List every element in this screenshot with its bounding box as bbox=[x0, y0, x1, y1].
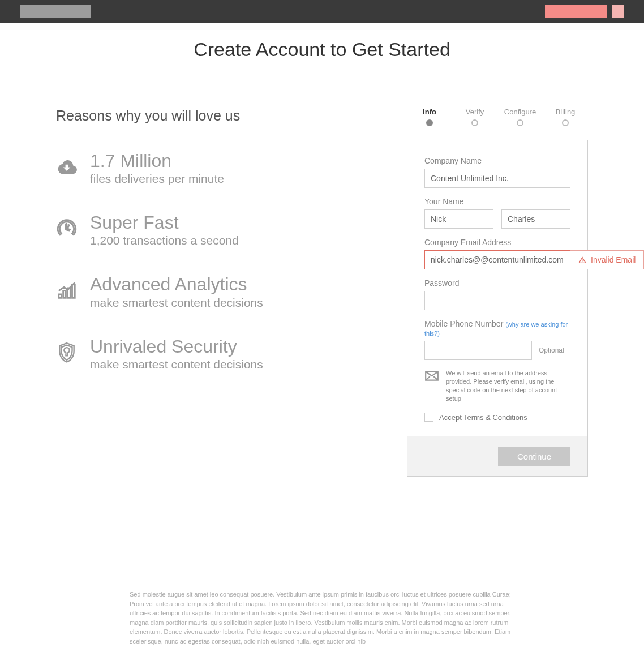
terms-label: Accept Terms & Conditions bbox=[439, 413, 527, 422]
page-title: Create Account to Get Started bbox=[0, 38, 644, 61]
step-dot-icon bbox=[471, 119, 478, 126]
logo-placeholder bbox=[20, 5, 91, 18]
step-dot-icon bbox=[517, 119, 523, 126]
feature-subtitle: make smartest content decisions bbox=[90, 358, 263, 371]
optional-label: Optional bbox=[539, 346, 564, 354]
feature-item: Unrivaled Security make smartest content… bbox=[56, 337, 396, 371]
legal-text: Sed molestie augue sit amet leo consequa… bbox=[118, 590, 526, 646]
continue-button[interactable]: Continue bbox=[498, 447, 570, 466]
analytics-icon bbox=[56, 275, 79, 303]
email-label: Company Email Address bbox=[424, 238, 570, 247]
step-dot-icon bbox=[562, 119, 569, 126]
email-notice: We will send an email to the address pro… bbox=[424, 369, 570, 402]
email-error: Invalid Email bbox=[570, 250, 644, 269]
topbar-button-primary[interactable] bbox=[545, 5, 607, 18]
warning-icon bbox=[578, 256, 586, 264]
topbar-actions bbox=[545, 5, 624, 18]
feature-item: 1.7 Million files deliveries per minute bbox=[56, 151, 396, 186]
phone-label: Mobile Phone Number (why are we asking f… bbox=[424, 319, 570, 337]
feature-item: Advanced Analytics make smartest content… bbox=[56, 275, 396, 309]
feature-subtitle: 1,200 transactions a second bbox=[90, 234, 239, 247]
left-column: Reasons why you will love us 1.7 Million… bbox=[56, 108, 396, 477]
shield-icon bbox=[56, 337, 79, 365]
terms-checkbox[interactable] bbox=[424, 413, 433, 422]
password-input[interactable] bbox=[424, 291, 570, 310]
phone-input[interactable] bbox=[424, 341, 532, 360]
step-configure: Configure bbox=[497, 108, 543, 126]
company-input[interactable] bbox=[424, 169, 570, 188]
feature-item: Super Fast 1,200 transactions a second bbox=[56, 213, 396, 247]
first-name-input[interactable] bbox=[424, 209, 493, 229]
stepper: Info Verify Configure Billing bbox=[407, 108, 588, 126]
name-label: Your Name bbox=[424, 197, 570, 206]
feature-subtitle: make smartest content decisions bbox=[90, 296, 263, 310]
step-info: Info bbox=[407, 108, 452, 126]
feature-title: Unrivaled Security bbox=[90, 337, 263, 357]
feature-subtitle: files deliveries per minute bbox=[90, 172, 224, 186]
reasons-title: Reasons why you will love us bbox=[56, 108, 396, 124]
panel-footer: Continue bbox=[407, 436, 587, 476]
topbar-button-square[interactable] bbox=[612, 5, 624, 18]
step-verify: Verify bbox=[452, 108, 497, 126]
cloud-download-icon bbox=[56, 151, 79, 179]
company-label: Company Name bbox=[424, 156, 570, 165]
step-dot-icon bbox=[426, 119, 433, 126]
step-billing: Billing bbox=[543, 108, 588, 126]
feature-title: 1.7 Million bbox=[90, 151, 224, 171]
mail-icon bbox=[424, 370, 439, 381]
gauge-icon bbox=[56, 213, 79, 241]
signup-panel: Company Name Your Name Company Email Add… bbox=[407, 140, 588, 477]
email-input[interactable] bbox=[424, 250, 570, 269]
right-column: Info Verify Configure Billing Company bbox=[407, 108, 588, 477]
password-label: Password bbox=[424, 278, 570, 288]
hero: Create Account to Get Started bbox=[0, 23, 644, 79]
last-name-input[interactable] bbox=[501, 209, 570, 229]
topbar bbox=[0, 0, 644, 23]
feature-title: Advanced Analytics bbox=[90, 275, 263, 294]
feature-title: Super Fast bbox=[90, 213, 239, 233]
